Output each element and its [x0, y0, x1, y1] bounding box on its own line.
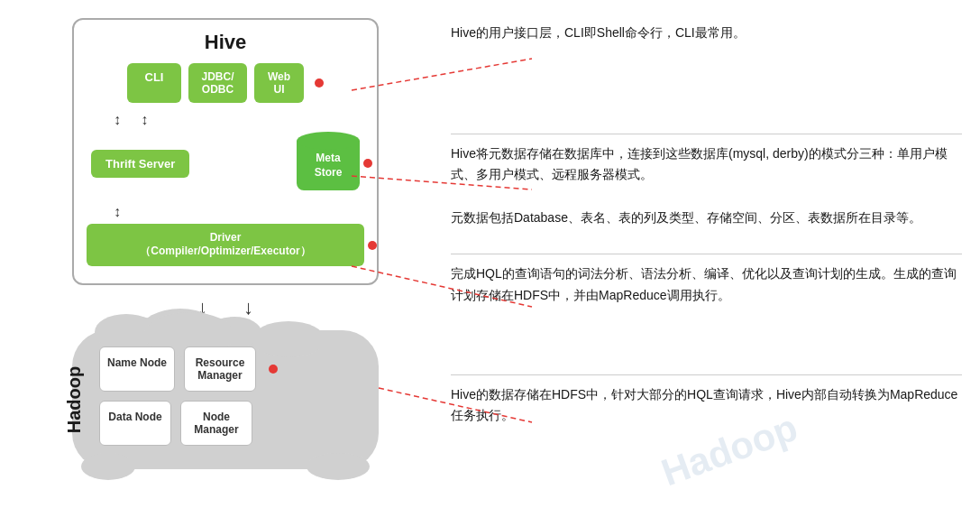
resourcemanager-box: ResourceManager	[184, 346, 256, 392]
main-container: Hive CLI JDBC/ODBC WebUI ↕ ↕ Thrift	[0, 0, 980, 508]
jdbc-box: JDBC/ODBC	[188, 63, 247, 103]
cloud-shape: Name Node ResourceManager Data Node Node…	[72, 330, 379, 469]
annotations-area: Hive的用户接口层，CLI即Shell命令行，CLI最常用。 Hive将元数据…	[442, 9, 971, 499]
annotation-4: Hive的数据存储在HDFS中，针对大部分的HQL查询请求，Hive内部自动转换…	[451, 375, 962, 495]
hadoop-row-1: Name Node ResourceManager	[99, 346, 362, 392]
hive-middle: Thrift Server MetaStore	[87, 132, 364, 195]
arrow-down-2: ↓	[243, 296, 253, 319]
driver-box: Driver（Compiler/Optimizer/Executor）	[87, 224, 364, 266]
hadoop-area: Name Node ResourceManager Data Node Node…	[54, 330, 397, 469]
hive-top-row: CLI JDBC/ODBC WebUI	[87, 63, 364, 103]
hive-box: Hive CLI JDBC/ODBC WebUI ↕ ↕ Thrift	[72, 18, 379, 285]
cli-box: CLI	[127, 63, 181, 103]
hadoop-label: Hadoop	[64, 366, 85, 433]
hadoop-row-2: Data Node NodeManager	[99, 401, 362, 446]
red-dot-3	[368, 241, 377, 250]
webui-box: WebUI	[254, 63, 304, 103]
annotation-1: Hive的用户接口层，CLI即Shell命令行，CLI最常用。	[451, 14, 962, 134]
hive-title: Hive	[87, 31, 364, 54]
thrift-box: Thrift Server	[91, 150, 189, 178]
red-dot-2	[363, 159, 372, 168]
diagram-area: Hive CLI JDBC/ODBC WebUI ↕ ↕ Thrift	[9, 9, 442, 499]
nodemanager-box: NodeManager	[180, 401, 252, 446]
annotation-3: 完成HQL的查询语句的词法分析、语法分析、编译、优化以及查询计划的生成。生成的查…	[451, 254, 962, 375]
metastore: MetaStore	[297, 132, 360, 195]
red-dot-1	[315, 79, 324, 88]
red-dot-4	[269, 365, 278, 374]
annotation-2: Hive将元数据存储在数据库中，连接到这些数据库(mysql, derby)的模…	[451, 134, 962, 255]
namenode-box: Name Node	[99, 346, 175, 392]
datanode-box: Data Node	[99, 401, 171, 446]
